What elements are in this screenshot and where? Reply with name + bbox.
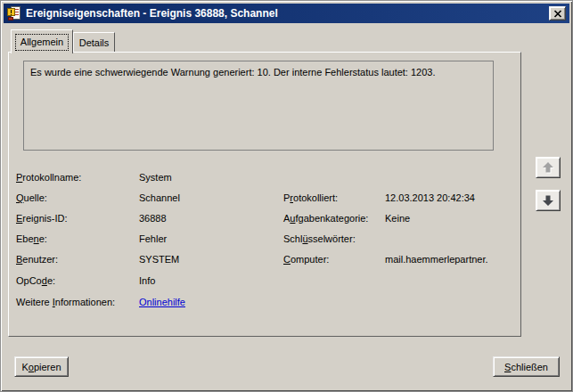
label-weitere-informationen: Weitere Informationen: [16, 297, 115, 309]
label-benutzer: Benutzer: [16, 254, 58, 266]
value-aufgabenkategorie: Keine [385, 213, 410, 225]
label-ebene: Ebene: [16, 233, 47, 246]
exclamation-bar [11, 10, 12, 13]
value-quelle: Schannel [139, 192, 180, 205]
previous-event-button[interactable] [536, 157, 561, 178]
label-protokollname: Protokollname: [16, 172, 81, 184]
value-protokolliert: 12.03.2013 20:42:34 [385, 192, 475, 205]
onlinehilfe-link[interactable]: Onlinehilfe [139, 297, 185, 309]
tab-details[interactable]: Details [73, 32, 115, 53]
label-computer: Computer: [283, 254, 329, 266]
value-benutzer: SYSTEM [139, 254, 179, 266]
tab-allgemein[interactable]: Allgemein [11, 29, 73, 53]
event-log-icon [7, 6, 21, 20]
arrow-up-icon [542, 161, 554, 174]
value-computer: mail.haemmerlepartner. [385, 254, 488, 266]
close-x-glyph [553, 10, 562, 18]
label-opcode: OpCode: [16, 275, 55, 288]
label-schluesselwoerter: Schlüsselwörter: [283, 233, 356, 246]
value-protokollname: System [139, 172, 172, 184]
value-ebene: Fehler [139, 233, 167, 246]
tab-focus-rect: Allgemein [15, 34, 69, 51]
close-icon[interactable] [549, 6, 566, 20]
tab-page-general: Es wurde eine schwerwiegende Warnung gen… [8, 52, 521, 337]
copy-button[interactable]: Kopieren [14, 356, 69, 377]
label-protokolliert: Protokolliert: [283, 192, 338, 205]
close-button[interactable]: Schließen [493, 356, 560, 377]
window-title: Ereigniseigenschaften - Ereignis 36888, … [26, 7, 549, 20]
event-properties-dialog: Ereigniseigenschaften - Ereignis 36888, … [0, 0, 573, 392]
next-event-button[interactable] [536, 190, 561, 211]
icon-red-chip [8, 17, 13, 20]
label-ereignis-id: Ereignis-ID: [16, 213, 67, 225]
arrow-down-icon [542, 194, 554, 207]
value-opcode: Info [139, 275, 155, 288]
value-ereignis-id: 36888 [139, 213, 167, 225]
exclamation-dot [11, 14, 12, 15]
event-description[interactable]: Es wurde eine schwerwiegende Warnung gen… [23, 61, 494, 151]
tab-details-label: Details [79, 37, 110, 48]
warning-badge-icon [7, 8, 15, 16]
label-quelle: Quelle: [16, 192, 47, 205]
label-aufgabenkategorie: Aufgabenkategorie: [283, 213, 368, 225]
tab-allgemein-label: Allgemein [20, 37, 63, 47]
title-bar[interactable]: Ereigniseigenschaften - Ereignis 36888, … [4, 4, 569, 23]
